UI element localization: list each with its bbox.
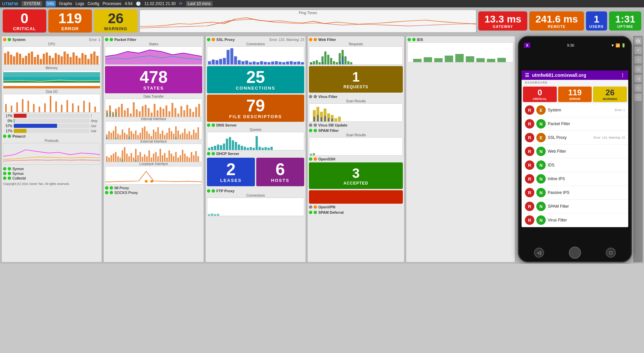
nav-graphs[interactable]: Graphs	[59, 1, 72, 6]
virus-dot-gray2	[314, 95, 317, 98]
diamond-btn[interactable]: ◇	[634, 65, 642, 73]
diskio-label: Disk I/O	[3, 90, 100, 94]
nav-config[interactable]: Config	[88, 1, 99, 6]
phone-recent-btn[interactable]: □	[606, 248, 616, 258]
svg-rect-214	[290, 61, 293, 65]
web-dot-orange	[309, 38, 312, 41]
memory-label: Memory	[3, 66, 100, 70]
svg-rect-45	[39, 107, 40, 112]
ssl-proxy-label: SSL Proxy	[216, 38, 235, 42]
list-item[interactable]: R N Inline IPS	[522, 172, 628, 186]
svg-rect-20	[61, 56, 63, 64]
svg-rect-207	[264, 62, 267, 64]
volume-up-btn[interactable]: +	[634, 47, 642, 54]
states-label: STATES	[108, 86, 200, 91]
disk-bar-bg-var	[14, 129, 90, 133]
list-item[interactable]: R N Virus Filter	[522, 213, 628, 227]
im-proxy-label: IM Proxy	[114, 186, 129, 190]
svg-rect-71	[139, 111, 141, 117]
svg-rect-79	[163, 109, 165, 117]
svg-rect-40	[11, 106, 12, 112]
cpu-chart	[3, 46, 100, 65]
phone-badge-n-pips: N	[536, 188, 546, 197]
svg-rect-18	[55, 53, 57, 64]
list-item[interactable]: R N Passive IPS	[522, 186, 628, 200]
list-item[interactable]: R E System Error: 1	[522, 103, 628, 117]
svg-rect-102	[117, 134, 118, 139]
phone-time: 9:30	[567, 43, 574, 47]
disk-bars: 17% / 0% /tmp 57% /usr	[3, 114, 100, 133]
pmacct-section: Pmacct Protocols	[3, 134, 100, 165]
more-btn[interactable]: ···	[634, 94, 642, 101]
gateway-label: GATEWAY	[484, 24, 521, 29]
ping-chart: Ping Times	[140, 10, 476, 33]
hosts-box: 6 HOSTS	[256, 158, 304, 186]
phone-badge-n-web: N	[536, 147, 546, 156]
nav-logs[interactable]: Logs	[75, 1, 84, 6]
list-item[interactable]: R N SPAM Filter	[522, 200, 628, 213]
list-item[interactable]: R E SSL Proxy Error: 115, Warning: 23	[522, 131, 628, 145]
svg-rect-75	[151, 113, 153, 117]
side-panel: ⏻ + − ◇ ◁ ○ ···	[633, 36, 643, 262]
svg-rect-120	[157, 128, 159, 140]
virus-dot-gray	[309, 95, 312, 98]
svg-rect-280	[331, 119, 333, 122]
states-chart	[105, 46, 202, 65]
svg-rect-13	[40, 59, 42, 64]
hosts-label: HOSTS	[258, 178, 303, 183]
svg-rect-89	[192, 112, 194, 117]
svg-rect-85	[180, 106, 182, 117]
critical-box: 0 CRITICAL	[3, 9, 46, 33]
nav-processes[interactable]: Processes	[103, 1, 121, 6]
svg-rect-159	[140, 152, 141, 162]
svg-rect-175	[175, 152, 176, 162]
accepted-box: 3 ACCEPTED	[309, 162, 403, 189]
web-dot-orange2	[314, 38, 317, 41]
list-item[interactable]: R N IDS	[522, 158, 628, 172]
dns-server-label: DNS Server	[216, 123, 237, 127]
nav-info[interactable]: Info	[46, 1, 56, 7]
dhcp-server-title: DHCP Server	[207, 152, 304, 156]
back-btn[interactable]: ◁	[634, 75, 642, 82]
svg-rect-12	[37, 55, 39, 64]
virus-db-label: Virus DB Update	[318, 123, 347, 127]
svg-rect-187	[135, 160, 137, 162]
warning-value: 26	[100, 11, 131, 26]
leases-value: 2	[208, 161, 254, 178]
disk-name-tmp: /tmp	[91, 119, 100, 123]
phone-home-btn[interactable]	[569, 247, 581, 259]
svg-rect-224	[223, 144, 225, 150]
svg-rect-238	[265, 147, 267, 150]
svg-rect-105	[124, 133, 125, 139]
svg-rect-223	[220, 145, 222, 150]
spd-dot-green2	[314, 211, 317, 214]
svg-rect-93	[110, 111, 111, 117]
list-item[interactable]: R N Web Filter	[522, 145, 628, 158]
ids-chart	[408, 42, 514, 62]
svg-rect-139	[106, 137, 107, 139]
phone-notch: X 9:30 ▼ 📶 🔋	[519, 37, 631, 54]
disk-bar-usr: 57% /usr	[3, 124, 100, 128]
svg-rect-122	[162, 131, 163, 139]
circle-btn[interactable]: ○	[634, 84, 642, 92]
svg-rect-88	[189, 109, 191, 117]
power-btn[interactable]: ⏻	[634, 37, 642, 45]
svg-rect-237	[262, 148, 264, 150]
svg-rect-153	[126, 154, 127, 162]
disk-bar-root: 17% /	[3, 114, 100, 118]
volume-down-btn[interactable]: −	[634, 56, 642, 63]
svg-rect-131	[182, 133, 183, 139]
list-item[interactable]: R N Packet Filter	[522, 117, 628, 131]
phone-menu-icon[interactable]: ☰	[525, 72, 529, 78]
remote-value: 241.6 ms	[535, 13, 578, 24]
svg-rect-259	[344, 56, 346, 64]
svg-rect-110	[135, 131, 137, 139]
phone-back-btn[interactable]: ◁	[534, 248, 544, 258]
spam-deferral-label: SPAM Deferral	[318, 210, 344, 214]
phone-more-icon[interactable]: ⋮	[620, 72, 625, 78]
svg-rect-108	[130, 131, 132, 139]
svg-rect-160	[142, 157, 143, 162]
queries-chart	[207, 132, 304, 150]
svg-rect-283	[313, 153, 315, 155]
svg-rect-94	[113, 114, 114, 117]
